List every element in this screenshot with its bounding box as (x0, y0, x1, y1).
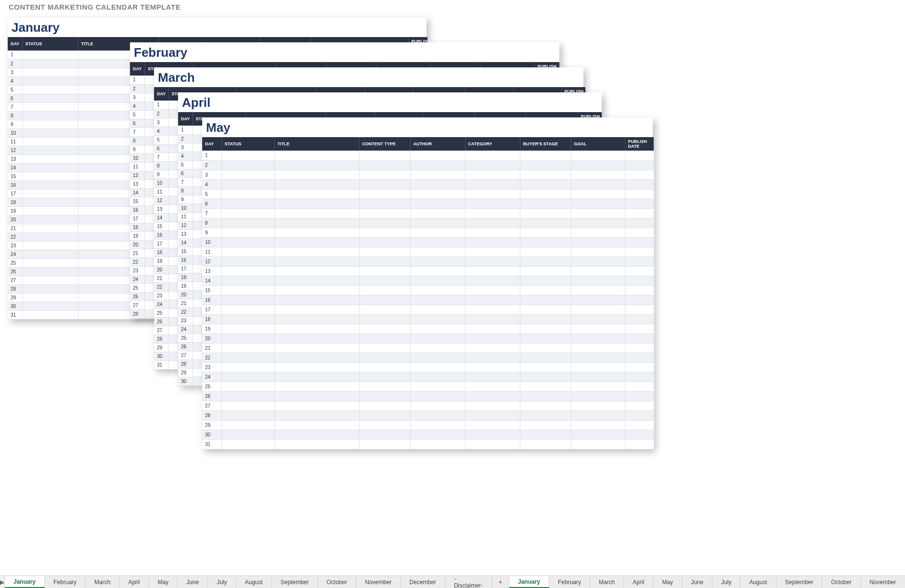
cell-day[interactable]: 29 (202, 420, 221, 430)
cell-buyers_stage[interactable] (520, 305, 571, 314)
cell-status[interactable] (221, 401, 274, 410)
cell-title[interactable] (274, 401, 359, 410)
cell-category[interactable] (465, 391, 520, 401)
cell-status[interactable] (22, 206, 78, 215)
cell-day[interactable]: 12 (8, 146, 22, 154)
cell-title[interactable] (274, 391, 359, 401)
cell-author[interactable] (410, 401, 465, 410)
cell-day[interactable]: 13 (154, 205, 168, 213)
tab-december[interactable]: December (401, 576, 445, 588)
cell-day[interactable]: 15 (178, 247, 193, 256)
cell-publish_date[interactable] (625, 401, 654, 410)
cell-title[interactable] (274, 295, 359, 305)
cell-day[interactable]: 23 (8, 241, 22, 250)
cell-author[interactable] (410, 285, 465, 295)
cell-content_type[interactable] (359, 266, 410, 276)
cell-author[interactable] (410, 430, 465, 439)
cell-publish_date[interactable] (625, 353, 654, 362)
cell-title[interactable] (274, 179, 359, 189)
cell-category[interactable] (465, 382, 520, 391)
tab-february[interactable]: February (45, 576, 86, 588)
cell-goal[interactable] (571, 199, 625, 208)
cell-title[interactable] (274, 333, 359, 343)
cell-status[interactable] (22, 267, 78, 276)
cell-status[interactable] (221, 314, 274, 324)
cell-content_type[interactable] (359, 420, 410, 430)
cell-author[interactable] (410, 343, 465, 353)
cell-category[interactable] (465, 285, 520, 295)
cell-day[interactable]: 13 (178, 230, 193, 238)
cell-goal[interactable] (571, 324, 625, 333)
cell-goal[interactable] (571, 160, 625, 170)
cell-goal[interactable] (571, 410, 625, 420)
cell-goal[interactable] (571, 372, 625, 382)
cell-publish_date[interactable] (625, 305, 654, 314)
cell-goal[interactable] (571, 314, 625, 324)
cell-status[interactable] (221, 160, 274, 170)
cell-content_type[interactable] (359, 228, 410, 237)
cell-day[interactable]: 2 (178, 134, 193, 143)
cell-title[interactable] (274, 439, 359, 449)
cell-buyers_stage[interactable] (520, 266, 571, 276)
tab-june[interactable]: June (178, 576, 208, 588)
cell-buyers_stage[interactable] (520, 391, 571, 401)
cell-day[interactable]: 11 (178, 212, 193, 221)
cell-category[interactable] (465, 228, 520, 237)
cell-day[interactable]: 31 (154, 360, 168, 369)
cell-title[interactable] (274, 151, 359, 160)
cell-title[interactable] (274, 430, 359, 439)
tab--disclaimer-[interactable]: -Disclaimer- (445, 576, 492, 588)
cell-day[interactable]: 28 (178, 359, 193, 368)
tab-january[interactable]: January (5, 576, 45, 588)
cell-day[interactable]: 29 (154, 343, 168, 352)
cell-author[interactable] (410, 353, 465, 362)
cell-status[interactable] (221, 382, 274, 391)
table-row[interactable]: 14 (202, 276, 654, 285)
cell-day[interactable]: 17 (130, 214, 145, 223)
cell-title[interactable] (274, 372, 359, 382)
table-row[interactable]: 8 (202, 218, 654, 228)
cell-status[interactable] (221, 420, 274, 430)
cell-day[interactable]: 13 (202, 266, 221, 276)
table-row[interactable]: 20 (202, 333, 654, 343)
cell-day[interactable]: 3 (202, 170, 221, 179)
cell-status[interactable] (221, 276, 274, 285)
tab-march[interactable]: March (590, 576, 624, 588)
cell-goal[interactable] (571, 382, 625, 391)
cell-status[interactable] (22, 215, 78, 224)
cell-content_type[interactable] (359, 430, 410, 439)
tab-january[interactable]: January (509, 576, 549, 588)
cell-day[interactable]: 29 (8, 293, 22, 302)
cell-goal[interactable] (571, 333, 625, 343)
cell-day[interactable]: 4 (178, 152, 193, 160)
cell-category[interactable] (465, 218, 520, 228)
cell-day[interactable]: 18 (178, 273, 193, 281)
cell-day[interactable]: 30 (8, 302, 22, 310)
tab-november[interactable]: November (356, 576, 401, 588)
cell-day[interactable]: 2 (154, 109, 168, 118)
table-row[interactable]: 4 (202, 179, 654, 189)
cell-buyers_stage[interactable] (520, 333, 571, 343)
table-row[interactable]: 11 (202, 247, 654, 256)
cell-status[interactable] (221, 353, 274, 362)
cell-day[interactable]: 21 (130, 249, 145, 257)
cell-goal[interactable] (571, 266, 625, 276)
table-row[interactable]: 5 (202, 189, 654, 199)
cell-day[interactable]: 20 (130, 240, 145, 249)
cell-day[interactable]: 25 (202, 382, 221, 391)
table-row[interactable]: 3 (202, 170, 654, 179)
cell-day[interactable]: 22 (154, 282, 168, 291)
cell-day[interactable]: 21 (8, 224, 22, 232)
cell-author[interactable] (410, 305, 465, 314)
cell-day[interactable]: 28 (130, 309, 145, 318)
cell-day[interactable]: 11 (154, 187, 168, 196)
table-row[interactable]: 16 (202, 295, 654, 305)
cell-status[interactable] (221, 430, 274, 439)
cell-category[interactable] (465, 362, 520, 372)
cell-goal[interactable] (571, 420, 625, 430)
table-row[interactable]: 15 (202, 285, 654, 295)
cell-status[interactable] (221, 170, 274, 179)
cell-buyers_stage[interactable] (520, 430, 571, 439)
table-row[interactable]: 17 (202, 305, 654, 314)
cell-author[interactable] (410, 256, 465, 266)
